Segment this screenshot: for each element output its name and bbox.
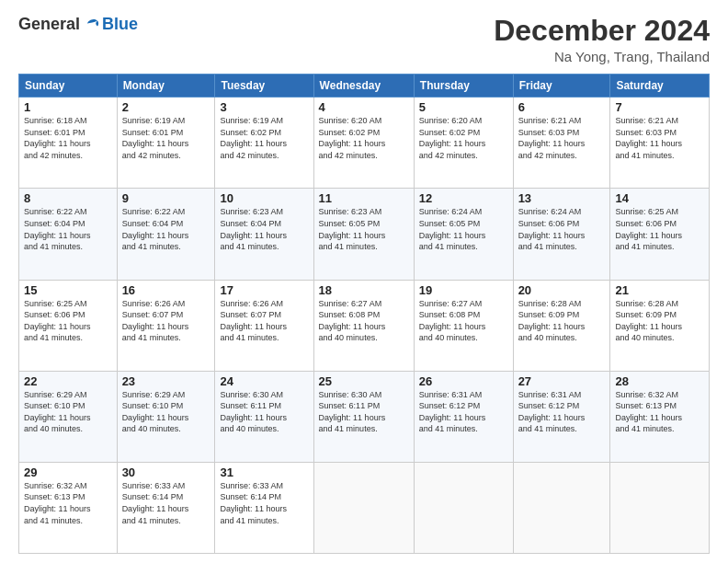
day-info: Sunrise: 6:21 AM Sunset: 6:03 PM Dayligh… [518, 115, 606, 161]
day-number: 8 [24, 191, 112, 205]
calendar-week-row: 29Sunrise: 6:32 AM Sunset: 6:13 PM Dayli… [19, 462, 710, 553]
calendar-day-cell: 29Sunrise: 6:32 AM Sunset: 6:13 PM Dayli… [19, 462, 118, 553]
day-of-week-header: Friday [513, 75, 610, 98]
day-info: Sunrise: 6:20 AM Sunset: 6:02 PM Dayligh… [319, 115, 409, 161]
day-info: Sunrise: 6:33 AM Sunset: 6:14 PM Dayligh… [122, 480, 210, 526]
calendar-week-row: 15Sunrise: 6:25 AM Sunset: 6:06 PM Dayli… [19, 280, 710, 371]
calendar-week-row: 1Sunrise: 6:18 AM Sunset: 6:01 PM Daylig… [19, 98, 710, 189]
day-number: 23 [122, 374, 210, 388]
day-number: 27 [518, 374, 606, 388]
day-info: Sunrise: 6:23 AM Sunset: 6:05 PM Dayligh… [319, 206, 409, 252]
calendar-day-cell [414, 462, 513, 553]
calendar-day-cell: 15Sunrise: 6:25 AM Sunset: 6:06 PM Dayli… [19, 280, 118, 371]
day-number: 6 [518, 100, 606, 114]
calendar-day-cell: 11Sunrise: 6:23 AM Sunset: 6:05 PM Dayli… [313, 189, 414, 280]
calendar-day-cell: 24Sunrise: 6:30 AM Sunset: 6:11 PM Dayli… [215, 371, 313, 462]
day-number: 2 [122, 100, 210, 114]
calendar-day-cell: 22Sunrise: 6:29 AM Sunset: 6:10 PM Dayli… [19, 371, 118, 462]
day-number: 18 [319, 283, 409, 297]
calendar-day-cell [513, 462, 610, 553]
day-number: 14 [615, 191, 704, 205]
calendar-day-cell: 16Sunrise: 6:26 AM Sunset: 6:07 PM Dayli… [117, 280, 215, 371]
day-number: 16 [122, 283, 210, 297]
calendar-day-cell: 13Sunrise: 6:24 AM Sunset: 6:06 PM Dayli… [513, 189, 610, 280]
day-number: 17 [220, 283, 308, 297]
day-info: Sunrise: 6:20 AM Sunset: 6:02 PM Dayligh… [419, 115, 508, 161]
day-number: 28 [615, 374, 704, 388]
day-number: 7 [615, 100, 704, 114]
day-info: Sunrise: 6:21 AM Sunset: 6:03 PM Dayligh… [615, 115, 704, 161]
day-of-week-header: Tuesday [215, 75, 313, 98]
day-number: 11 [319, 191, 409, 205]
calendar-day-cell: 10Sunrise: 6:23 AM Sunset: 6:04 PM Dayli… [215, 189, 313, 280]
calendar-day-cell [610, 462, 710, 553]
day-info: Sunrise: 6:26 AM Sunset: 6:07 PM Dayligh… [122, 298, 210, 344]
day-number: 10 [220, 191, 308, 205]
day-info: Sunrise: 6:28 AM Sunset: 6:09 PM Dayligh… [615, 298, 704, 344]
location: Na Yong, Trang, Thailand [494, 49, 710, 64]
month-title: December 2024 [494, 15, 710, 47]
day-info: Sunrise: 6:19 AM Sunset: 6:01 PM Dayligh… [122, 115, 210, 161]
day-info: Sunrise: 6:27 AM Sunset: 6:08 PM Dayligh… [419, 298, 508, 344]
day-of-week-header: Thursday [414, 75, 513, 98]
calendar-day-cell: 25Sunrise: 6:30 AM Sunset: 6:11 PM Dayli… [313, 371, 414, 462]
calendar-day-cell: 6Sunrise: 6:21 AM Sunset: 6:03 PM Daylig… [513, 98, 610, 189]
day-info: Sunrise: 6:32 AM Sunset: 6:13 PM Dayligh… [615, 389, 704, 435]
day-info: Sunrise: 6:32 AM Sunset: 6:13 PM Dayligh… [24, 480, 112, 526]
day-info: Sunrise: 6:31 AM Sunset: 6:12 PM Dayligh… [518, 389, 606, 435]
day-info: Sunrise: 6:22 AM Sunset: 6:04 PM Dayligh… [24, 206, 112, 252]
calendar-table: SundayMondayTuesdayWednesdayThursdayFrid… [18, 74, 710, 554]
day-info: Sunrise: 6:26 AM Sunset: 6:07 PM Dayligh… [220, 298, 308, 344]
day-number: 31 [220, 465, 308, 479]
calendar-week-row: 8Sunrise: 6:22 AM Sunset: 6:04 PM Daylig… [19, 189, 710, 280]
page: General Blue December 2024 Na Yong, Tran… [0, 0, 728, 563]
day-number: 29 [24, 465, 112, 479]
calendar-day-cell: 26Sunrise: 6:31 AM Sunset: 6:12 PM Dayli… [414, 371, 513, 462]
calendar-day-cell: 7Sunrise: 6:21 AM Sunset: 6:03 PM Daylig… [610, 98, 710, 189]
day-info: Sunrise: 6:24 AM Sunset: 6:06 PM Dayligh… [518, 206, 606, 252]
day-info: Sunrise: 6:25 AM Sunset: 6:06 PM Dayligh… [24, 298, 112, 344]
header: General Blue December 2024 Na Yong, Tran… [18, 15, 710, 64]
day-number: 25 [319, 374, 409, 388]
calendar-day-cell: 1Sunrise: 6:18 AM Sunset: 6:01 PM Daylig… [19, 98, 118, 189]
day-of-week-header: Sunday [19, 75, 118, 98]
day-number: 24 [220, 374, 308, 388]
day-of-week-header: Monday [117, 75, 215, 98]
day-of-week-header: Wednesday [313, 75, 414, 98]
day-number: 13 [518, 191, 606, 205]
day-info: Sunrise: 6:25 AM Sunset: 6:06 PM Dayligh… [615, 206, 704, 252]
calendar-day-cell: 19Sunrise: 6:27 AM Sunset: 6:08 PM Dayli… [414, 280, 513, 371]
day-info: Sunrise: 6:22 AM Sunset: 6:04 PM Dayligh… [122, 206, 210, 252]
day-info: Sunrise: 6:29 AM Sunset: 6:10 PM Dayligh… [24, 389, 112, 435]
calendar-day-cell: 28Sunrise: 6:32 AM Sunset: 6:13 PM Dayli… [610, 371, 710, 462]
day-number: 21 [615, 283, 704, 297]
day-info: Sunrise: 6:19 AM Sunset: 6:02 PM Dayligh… [220, 115, 308, 161]
calendar-day-cell: 2Sunrise: 6:19 AM Sunset: 6:01 PM Daylig… [117, 98, 215, 189]
day-info: Sunrise: 6:33 AM Sunset: 6:14 PM Dayligh… [220, 480, 308, 526]
logo-bird-icon [84, 17, 100, 33]
day-number: 15 [24, 283, 112, 297]
calendar-day-cell: 31Sunrise: 6:33 AM Sunset: 6:14 PM Dayli… [215, 462, 313, 553]
logo-blue-text: Blue [102, 15, 138, 34]
day-number: 30 [122, 465, 210, 479]
day-number: 19 [419, 283, 508, 297]
title-section: December 2024 Na Yong, Trang, Thailand [494, 15, 710, 64]
calendar-day-cell: 20Sunrise: 6:28 AM Sunset: 6:09 PM Dayli… [513, 280, 610, 371]
day-info: Sunrise: 6:23 AM Sunset: 6:04 PM Dayligh… [220, 206, 308, 252]
calendar-day-cell: 9Sunrise: 6:22 AM Sunset: 6:04 PM Daylig… [117, 189, 215, 280]
day-number: 26 [419, 374, 508, 388]
calendar-day-cell: 3Sunrise: 6:19 AM Sunset: 6:02 PM Daylig… [215, 98, 313, 189]
calendar-day-cell: 12Sunrise: 6:24 AM Sunset: 6:05 PM Dayli… [414, 189, 513, 280]
calendar-day-cell: 18Sunrise: 6:27 AM Sunset: 6:08 PM Dayli… [313, 280, 414, 371]
calendar-day-cell [313, 462, 414, 553]
day-info: Sunrise: 6:18 AM Sunset: 6:01 PM Dayligh… [24, 115, 112, 161]
calendar-header-row: SundayMondayTuesdayWednesdayThursdayFrid… [19, 75, 710, 98]
day-number: 20 [518, 283, 606, 297]
calendar-day-cell: 17Sunrise: 6:26 AM Sunset: 6:07 PM Dayli… [215, 280, 313, 371]
day-of-week-header: Saturday [610, 75, 710, 98]
calendar-day-cell: 14Sunrise: 6:25 AM Sunset: 6:06 PM Dayli… [610, 189, 710, 280]
day-number: 5 [419, 100, 508, 114]
day-info: Sunrise: 6:28 AM Sunset: 6:09 PM Dayligh… [518, 298, 606, 344]
day-number: 3 [220, 100, 308, 114]
day-number: 1 [24, 100, 112, 114]
